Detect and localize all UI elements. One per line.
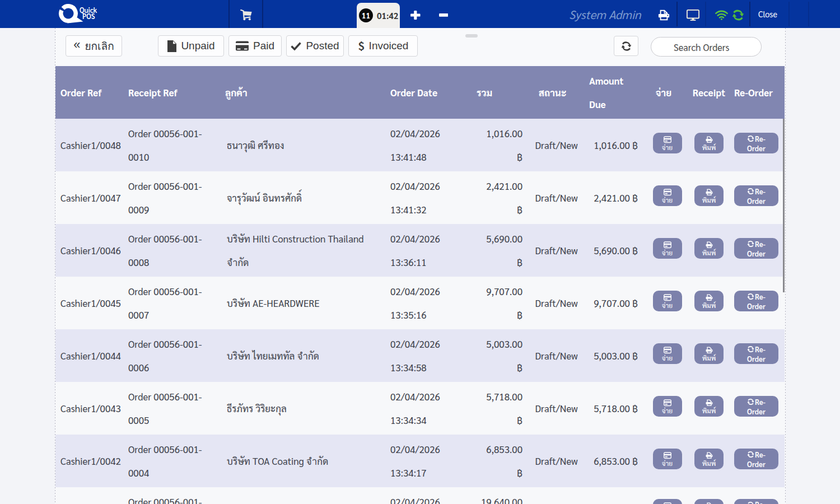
col-header-receipt[interactable]: Receipt: [690, 66, 728, 119]
filter-posted-button[interactable]: Posted: [286, 35, 344, 57]
reorder-button[interactable]: Re-Order: [734, 291, 778, 311]
print-receipt-button[interactable]: พิมพ์: [694, 238, 724, 259]
col-header-total[interactable]: รวม: [473, 66, 527, 119]
reorder-button[interactable]: Re-Order: [734, 499, 778, 504]
amount-due-cell: 6,853.00 ฿: [586, 435, 645, 487]
col-header-customer[interactable]: ลูกค้า: [220, 66, 385, 119]
pay-button[interactable]: จ่าย: [653, 343, 682, 364]
receipt-cell: พิมพ์: [690, 329, 728, 382]
reorder-line2: Order: [747, 460, 766, 469]
receipt-cell: พิมพ์: [690, 382, 728, 435]
pay-button[interactable]: จ่าย: [653, 185, 682, 206]
pay-button[interactable]: จ่าย: [653, 449, 682, 469]
reorder-button[interactable]: Re-Order: [734, 343, 778, 364]
refresh-orders-button[interactable]: [614, 36, 638, 56]
credit-card-icon: [664, 294, 671, 301]
print-label: พิมพ์: [702, 302, 716, 309]
print-receipt-button[interactable]: พิมพ์: [694, 291, 724, 311]
reorder-line1: Re-: [747, 292, 766, 302]
print-button[interactable]: [651, 0, 676, 28]
pay-label: จ่าย: [662, 249, 673, 256]
col-header-reorder[interactable]: Re-Order: [728, 66, 785, 119]
col-header-order-ref[interactable]: Order Ref: [55, 66, 123, 119]
filter-label: Invoiced: [369, 40, 409, 52]
status-cell: Draft/New: [527, 329, 586, 382]
pay-button[interactable]: จ่าย: [653, 499, 682, 504]
customer-cell: บริษัท TOA Coating จำกัด: [220, 435, 385, 487]
reorder-line2: Order: [747, 354, 766, 363]
sync-icon: [747, 451, 754, 458]
col-header-amount-due[interactable]: Amount Due: [586, 66, 645, 119]
sync-icon: [747, 293, 754, 300]
reorder-button[interactable]: Re-Order: [734, 396, 778, 417]
cart-button[interactable]: [231, 0, 260, 28]
status-cell: Draft/New: [527, 382, 586, 435]
order-row: Cashier1/0045Order 00056-001-0007บริษัท …: [55, 277, 785, 329]
print-label: พิมพ์: [702, 144, 716, 151]
add-tab-button[interactable]: [404, 0, 427, 28]
pay-label: จ่าย: [662, 460, 673, 467]
reorder-button[interactable]: Re-Order: [734, 185, 778, 206]
sync-button[interactable]: [728, 0, 748, 28]
remove-tab-button[interactable]: [432, 0, 455, 28]
printer-icon: [658, 10, 670, 21]
pay-cell: จ่าย: [645, 487, 690, 504]
display-button[interactable]: [680, 0, 706, 28]
close-button[interactable]: Close: [749, 0, 786, 28]
top-navbar: Quick POS 11 01:42 System Admin Close: [0, 0, 840, 28]
credit-card-icon: [664, 189, 671, 196]
quickpos-logo[interactable]: Quick POS: [58, 2, 97, 27]
reorder-button[interactable]: Re-Order: [734, 449, 778, 469]
printer-icon: [706, 136, 713, 143]
cancel-label: ยกเลิก: [85, 38, 114, 54]
total-cell: 2,421.00 ฿: [473, 171, 527, 224]
chevron-double-left-icon: «: [73, 38, 80, 52]
total-cell: 19,640.00: [473, 487, 527, 504]
pay-button[interactable]: จ่าย: [653, 291, 682, 311]
reorder-cell: Re-Order: [728, 119, 785, 171]
status-cell: Draft/New: [527, 171, 586, 224]
total-cell: 5,690.00 ฿: [473, 224, 527, 277]
reorder-line2: Order: [747, 249, 766, 258]
reorder-cell: Re-Order: [728, 487, 785, 504]
receipt-ref-cell: Order 00056-001-0006: [123, 329, 220, 382]
print-receipt-button[interactable]: พิมพ์: [694, 343, 724, 364]
col-header-receipt-ref[interactable]: Receipt Ref: [123, 66, 220, 119]
pay-button[interactable]: จ่าย: [653, 396, 682, 417]
sync-icon: [747, 346, 754, 353]
search-input[interactable]: [651, 37, 762, 57]
col-header-pay[interactable]: จ่าย: [645, 66, 690, 119]
print-receipt-button[interactable]: พิมพ์: [694, 185, 724, 206]
reorder-cell: Re-Order: [728, 171, 785, 224]
status-cell: Draft/New: [527, 224, 586, 277]
horizontal-scrollbar-thumb[interactable]: [465, 34, 478, 38]
reorder-button[interactable]: Re-Order: [734, 133, 778, 153]
table-header: Order Ref Receipt Ref ลูกค้า Order Date …: [55, 66, 785, 119]
credit-card-icon: [664, 347, 671, 354]
receipt-ref-cell: Order 00056-001-0004: [123, 435, 220, 487]
filter-unpaid-button[interactable]: Unpaid: [158, 35, 224, 57]
amount-due-cell: 2,421.00 ฿: [586, 171, 645, 224]
customer-cell: บริษัท ไทยเมททัล จำกัด: [220, 329, 385, 382]
print-receipt-button[interactable]: พิมพ์: [694, 133, 724, 153]
reorder-line1: Re-: [747, 240, 766, 249]
filter-invoiced-button[interactable]: $Invoiced: [348, 35, 418, 57]
active-order-tab[interactable]: 11 01:42: [357, 3, 400, 28]
print-receipt-button[interactable]: พิมพ์: [694, 396, 724, 417]
pay-cell: จ่าย: [645, 329, 690, 382]
col-header-order-date[interactable]: Order Date: [385, 66, 473, 119]
dollar-icon: $: [358, 40, 365, 52]
customer-cell: จารุวัฒน์ อินทรศักดิ์: [220, 171, 385, 224]
col-header-status[interactable]: สถานะ: [527, 66, 586, 119]
vertical-scrollbar-thumb[interactable]: [783, 119, 785, 292]
divider: [262, 0, 263, 28]
cancel-button[interactable]: « ยกเลิก: [66, 35, 122, 57]
order-ref-cell: [55, 487, 123, 504]
filter-paid-button[interactable]: Paid: [228, 35, 282, 57]
print-receipt-button[interactable]: พิมพ์: [694, 449, 724, 469]
print-receipt-button[interactable]: พิมพ์: [694, 499, 724, 504]
reorder-button[interactable]: Re-Order: [734, 238, 778, 259]
order-row: Cashier1/0042Order 00056-001-0004บริษัท …: [55, 435, 785, 487]
pay-button[interactable]: จ่าย: [653, 133, 682, 153]
pay-button[interactable]: จ่าย: [653, 238, 682, 259]
